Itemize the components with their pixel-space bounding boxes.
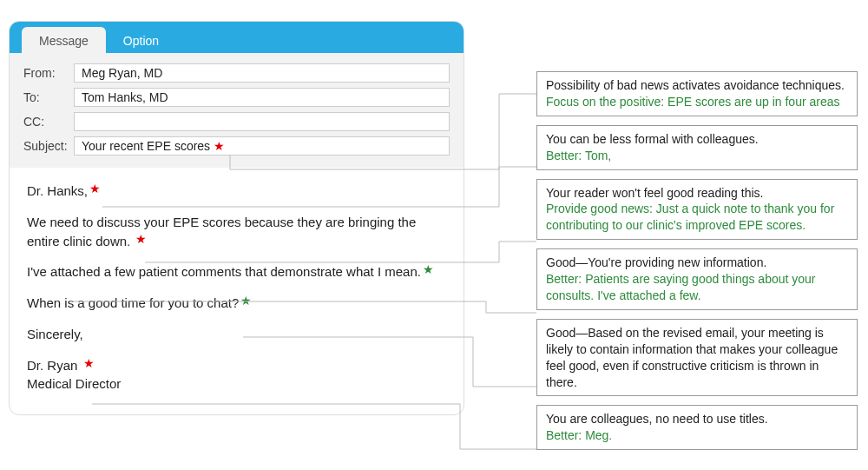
from-input[interactable]: Meg Ryan, MD — [74, 63, 450, 83]
email-body: Dr. Hanks,★ We need to discuss your EPE … — [10, 168, 464, 414]
greeting-line: Dr. Hanks,★ — [27, 182, 446, 201]
subject-input[interactable]: Your recent EPE scores ★ — [74, 136, 450, 156]
paragraph-2-text: I've attached a few patient comments tha… — [27, 264, 421, 279]
to-input[interactable]: Tom Hanks, MD — [74, 88, 450, 107]
field-row-subject: Subject: Your recent EPE scores ★ — [23, 136, 450, 156]
annotation-suggestion: Provide good news: Just a quick note to … — [546, 201, 848, 234]
email-panel: Message Option From: Meg Ryan, MD To: To… — [9, 21, 464, 415]
paragraph-3: When is a good time for you to chat?★ — [27, 294, 446, 313]
annotation-box: Good—You're providing new information. B… — [536, 248, 858, 310]
annotation-box: Good—Based on the revised email, your me… — [536, 319, 858, 397]
email-header: From: Meg Ryan, MD To: Tom Hanks, MD CC:… — [10, 53, 464, 168]
signature-title: Medical Director — [27, 376, 121, 391]
annotation-box: Possibility of bad news activates avoida… — [536, 71, 858, 116]
annotation-comment: Good—Based on the revised email, your me… — [546, 325, 848, 391]
cc-label: CC: — [23, 115, 74, 129]
annotation-comment: You can be less formal with colleagues. — [546, 131, 848, 148]
annotation-suggestion: Better: Meg. — [546, 427, 848, 444]
annotation-comment: Your reader won't feel good reading this… — [546, 185, 848, 202]
star-icon: ★ — [135, 232, 147, 246]
field-row-cc: CC: — [23, 112, 450, 131]
annotation-suggestion: Better: Tom, — [546, 148, 848, 164]
signature-block: Dr. Ryan ★ Medical Director — [27, 356, 446, 394]
annotation-box: You can be less formal with colleagues. … — [536, 125, 858, 170]
greeting-text: Dr. Hanks, — [27, 183, 88, 198]
annotation-box: Your reader won't feel good reading this… — [536, 179, 858, 241]
subject-label: Subject: — [23, 139, 74, 153]
annotation-comment: Possibility of bad news activates avoida… — [546, 77, 848, 94]
annotation-column: Possibility of bad news activates avoida… — [536, 71, 858, 459]
star-icon: ★ — [423, 262, 434, 276]
annotation-comment: Good—You're providing new information. — [546, 255, 848, 271]
field-row-from: From: Meg Ryan, MD — [23, 63, 450, 83]
tab-bar: Message Option — [10, 22, 464, 53]
tab-option[interactable]: Option — [106, 27, 176, 53]
star-icon: ★ — [214, 139, 225, 153]
paragraph-3-text: When is a good time for you to chat? — [27, 295, 239, 310]
signature-name: Dr. Ryan — [27, 358, 77, 373]
from-label: From: — [23, 66, 74, 80]
annotation-comment: You are colleagues, no need to use title… — [546, 411, 848, 427]
paragraph-1-text: We need to discuss your EPE scores becau… — [27, 215, 416, 248]
signoff-line: Sincerely, — [27, 325, 446, 344]
star-icon: ★ — [83, 356, 95, 370]
field-row-to: To: Tom Hanks, MD — [23, 88, 450, 107]
paragraph-2: I've attached a few patient comments tha… — [27, 262, 446, 281]
annotation-suggestion: Better: Patients are saying good things … — [546, 271, 848, 304]
annotation-box: You are colleagues, no need to use title… — [536, 405, 858, 450]
subject-text: Your recent EPE scores — [82, 139, 210, 153]
star-icon: ★ — [89, 182, 101, 195]
paragraph-1: We need to discuss your EPE scores becau… — [27, 213, 446, 251]
to-label: To: — [23, 90, 74, 104]
cc-input[interactable] — [74, 112, 450, 131]
annotation-suggestion: Focus on the positive: EPE scores are up… — [546, 94, 848, 110]
star-icon: ★ — [240, 294, 252, 308]
tab-message[interactable]: Message — [22, 27, 106, 53]
